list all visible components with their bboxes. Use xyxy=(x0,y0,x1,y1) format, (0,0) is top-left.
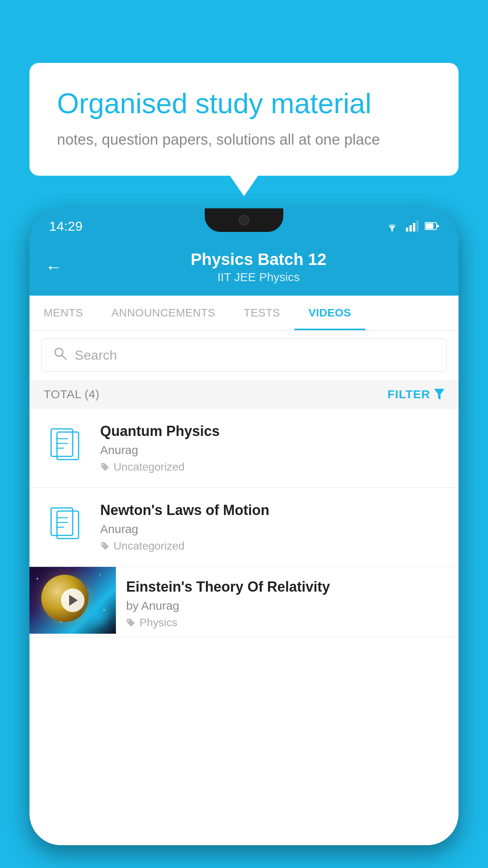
list-item[interactable]: Einstein's Theory Of Relativity by Anura… xyxy=(29,567,459,637)
svg-point-0 xyxy=(391,230,393,232)
filter-funnel-icon xyxy=(434,389,444,400)
svg-line-9 xyxy=(62,355,66,359)
video-info: Newton's Laws of Motion Anurag Uncategor… xyxy=(100,502,447,552)
tag-label: Uncategorized xyxy=(114,461,185,473)
search-bar[interactable]: Search xyxy=(41,338,447,372)
tab-videos[interactable]: VIDEOS xyxy=(294,296,365,330)
svg-rect-1 xyxy=(406,228,408,232)
filter-bar: TOTAL (4) FILTER xyxy=(29,380,459,409)
svg-point-21 xyxy=(37,578,38,579)
video-tag: Uncategorized xyxy=(100,540,447,552)
batch-subtitle: IIT JEE Physics xyxy=(74,270,443,284)
phone-wrapper: 14:29 xyxy=(29,208,459,845)
tag-label: Physics xyxy=(139,616,177,629)
einstein-thumbnail xyxy=(29,567,116,634)
phone-notch xyxy=(205,208,283,232)
tag-icon xyxy=(100,462,110,472)
document-icon xyxy=(49,506,81,545)
status-icons xyxy=(385,220,439,232)
signal-icon xyxy=(406,221,418,232)
app-header: ← Physics Batch 12 IIT JEE Physics xyxy=(29,240,459,296)
svg-rect-16 xyxy=(51,508,73,535)
tab-tests[interactable]: TESTS xyxy=(229,296,294,330)
video-title: Quantum Physics xyxy=(100,423,447,440)
speech-bubble-title: Organised study material xyxy=(57,86,431,120)
svg-point-23 xyxy=(88,590,89,591)
speech-bubble-subtitle: notes, question papers, solutions all at… xyxy=(57,131,431,148)
list-item[interactable]: Quantum Physics Anurag Uncategorized xyxy=(29,409,459,488)
filter-button[interactable]: FILTER xyxy=(387,388,444,401)
svg-rect-6 xyxy=(426,223,433,229)
play-triangle-icon xyxy=(69,595,78,606)
list-item[interactable]: Newton's Laws of Motion Anurag Uncategor… xyxy=(29,488,459,567)
front-camera xyxy=(238,215,250,226)
tag-label: Uncategorized xyxy=(114,540,185,552)
svg-point-26 xyxy=(45,606,46,607)
einstein-author: by Anurag xyxy=(126,599,451,612)
einstein-info: Einstein's Theory Of Relativity by Anura… xyxy=(116,567,459,637)
einstein-tag: Physics xyxy=(126,616,451,629)
back-button[interactable]: ← xyxy=(45,257,62,277)
speech-bubble-container: Organised study material notes, question… xyxy=(29,63,459,176)
svg-rect-17 xyxy=(57,511,79,539)
content-area: Quantum Physics Anurag Uncategorized xyxy=(29,409,459,845)
video-tag: Uncategorized xyxy=(100,461,447,473)
video-author: Anurag xyxy=(100,443,447,457)
tab-bar: MENTS ANNOUNCEMENTS TESTS VIDEOS xyxy=(29,296,459,331)
play-button[interactable] xyxy=(61,588,84,612)
svg-point-22 xyxy=(100,574,101,576)
einstein-title: Einstein's Theory Of Relativity xyxy=(126,579,451,595)
batch-title: Physics Batch 12 xyxy=(74,250,443,269)
tab-ments[interactable]: MENTS xyxy=(29,296,97,330)
file-icon-wrapper xyxy=(41,502,88,549)
search-bar-container: Search xyxy=(29,331,459,380)
total-count: TOTAL (4) xyxy=(44,388,99,401)
svg-marker-10 xyxy=(434,389,444,400)
tab-announcements[interactable]: ANNOUNCEMENTS xyxy=(97,296,230,330)
svg-rect-7 xyxy=(437,225,439,227)
video-author: Anurag xyxy=(100,522,447,536)
svg-rect-12 xyxy=(57,432,79,460)
video-title: Newton's Laws of Motion xyxy=(100,502,447,519)
file-icon-wrapper xyxy=(41,423,88,470)
phone-screen: 14:29 xyxy=(29,208,459,845)
svg-point-24 xyxy=(61,622,62,623)
svg-rect-4 xyxy=(416,221,418,232)
svg-point-25 xyxy=(103,609,105,611)
search-icon xyxy=(53,347,67,364)
tag-icon xyxy=(126,618,136,627)
speech-bubble: Organised study material notes, question… xyxy=(29,63,459,176)
document-icon xyxy=(49,427,81,466)
svg-rect-2 xyxy=(409,225,412,232)
svg-rect-3 xyxy=(413,223,415,232)
svg-rect-11 xyxy=(51,429,73,456)
video-info: Quantum Physics Anurag Uncategorized xyxy=(100,423,447,473)
status-time: 14:29 xyxy=(49,219,83,234)
tag-icon xyxy=(100,541,110,551)
battery-icon xyxy=(425,222,439,230)
phone-device: 14:29 xyxy=(29,208,459,845)
wifi-icon xyxy=(385,220,400,232)
filter-label: FILTER xyxy=(387,388,430,401)
search-placeholder: Search xyxy=(75,348,117,363)
header-title-group: Physics Batch 12 IIT JEE Physics xyxy=(74,250,443,284)
